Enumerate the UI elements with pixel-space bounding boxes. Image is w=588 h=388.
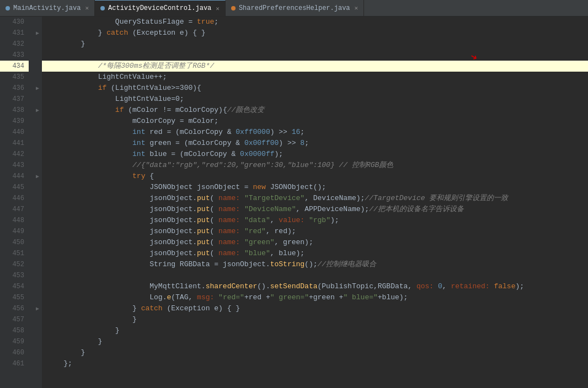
ln-448: 448 (0, 215, 29, 226)
fold-431[interactable]: ▶ (33, 28, 42, 39)
ln-439: 439 (0, 116, 29, 127)
code-text: /*每隔300ms检测是否调整了RGB*/ (46, 61, 214, 72)
code-line-439: mColorCopy = mColor; (42, 116, 588, 127)
editor-container: MainActivity.java ✕ ActivityDeviceContro… (0, 0, 588, 388)
code-line-444: try { (42, 171, 588, 182)
fold-449 (33, 226, 42, 237)
code-text: //{"data":"rgb","red":20,"green":30,"blu… (46, 160, 393, 171)
code-line-430: QueryStatusFlage = true; (42, 17, 588, 28)
ln-441: 441 (0, 138, 29, 149)
ln-433: 433 (0, 50, 29, 61)
code-text: QueryStatusFlage = true; (46, 17, 218, 28)
fold-433 (33, 50, 42, 61)
tab-label-shared: SharedPreferencesHelper.java (239, 4, 350, 12)
code-line-442: int blue = (mColorCopy & 0x0000ff); (42, 149, 588, 160)
code-text: JSONObject jsonObject = new JSONObject()… (46, 182, 326, 193)
code-text: } (46, 314, 137, 325)
code-text: if (LightCntValue>=300){ (46, 83, 201, 94)
code-line-443: //{"data":"rgb","red":20,"green":30,"blu… (42, 160, 588, 171)
fold-451 (33, 248, 42, 259)
ln-456: 456 (0, 303, 29, 314)
tab-mainactivity[interactable]: MainActivity.java ✕ (0, 0, 95, 16)
fold-441 (33, 138, 42, 149)
code-line-457: } (42, 314, 588, 325)
ln-458: 458 (0, 325, 29, 336)
ln-454: 454 (0, 281, 29, 292)
fold-452 (33, 259, 42, 270)
code-line-453 (42, 270, 588, 281)
fold-457 (33, 314, 42, 325)
ln-438: 438 (0, 105, 29, 116)
code-line-436: if (LightCntValue>=300){ (42, 83, 588, 94)
code-text: }; (46, 358, 72, 369)
fold-456[interactable]: ▶ (33, 303, 42, 314)
code-line-434: /*每隔300ms检测是否调整了RGB*/ ➜ (42, 61, 588, 72)
code-text: jsonObject.put( name: "blue", blue); (46, 248, 304, 259)
tab-bar: MainActivity.java ✕ ActivityDeviceContro… (0, 0, 588, 17)
ln-446: 446 (0, 193, 29, 204)
tab-close-activitydevicecontrol[interactable]: ✕ (216, 5, 220, 12)
ln-443: 443 (0, 160, 29, 171)
ln-437: 437 (0, 94, 29, 105)
code-text: Log.e(TAG, msg: "red="+red +" green="+gr… (46, 292, 408, 303)
ln-436: 436 (0, 83, 29, 94)
code-content: QueryStatusFlage = true; } catch (Except… (42, 17, 588, 388)
code-line-452: String RGBData = jsonObject.toString();/… (42, 259, 588, 270)
code-line-447: jsonObject.put( name: "DeviceName", APPD… (42, 204, 588, 215)
fold-447 (33, 204, 42, 215)
ln-430: 430 (0, 17, 29, 28)
code-line-449: jsonObject.put( name: "red", red); (42, 226, 588, 237)
code-line-445: JSONObject jsonObject = new JSONObject()… (42, 182, 588, 193)
fold-436[interactable]: ▶ (33, 83, 42, 94)
fold-446 (33, 193, 42, 204)
ln-451: 451 (0, 248, 29, 259)
ln-452: 452 (0, 259, 29, 270)
code-line-432: } (42, 39, 588, 50)
tab-close-mainactivity[interactable]: ✕ (85, 4, 89, 12)
code-text: int green = (mColorCopy & 0x00ff00) >> 8… (46, 138, 309, 149)
code-line-435: LightCntValue++; (42, 72, 588, 83)
code-line-455: Log.e(TAG, msg: "red="+red +" green="+gr… (42, 292, 588, 303)
code-text: MyMqttClient.sharedCenter().setSendData(… (46, 281, 524, 292)
code-text: } (46, 39, 85, 50)
code-line-458: } (42, 325, 588, 336)
code-text: mColorCopy = mColor; (46, 116, 218, 127)
code-text: } catch (Exception e) { } (46, 303, 240, 314)
code-line-450: jsonObject.put( name: "green", green); (42, 237, 588, 248)
code-text: jsonObject.put( name: "TargetDevice", De… (46, 193, 508, 204)
code-text: jsonObject.put( name: "data", value: "rg… (46, 215, 339, 226)
code-line-441: int green = (mColorCopy & 0x00ff00) >> 8… (42, 138, 588, 149)
tab-dot-active (100, 6, 105, 10)
code-line-440: int red = (mColorCopy & 0xff0000) >> 16; (42, 127, 588, 138)
tab-close-sharedpreferenceshelper[interactable]: ✕ (355, 4, 359, 12)
code-text: jsonObject.put( name: "DeviceName", APPD… (46, 204, 464, 215)
ln-457: 457 (0, 314, 29, 325)
code-line-461: }; (42, 358, 588, 369)
tab-sharedpreferenceshelper[interactable]: SharedPreferencesHelper.java ✕ (226, 0, 364, 16)
fold-455 (33, 292, 42, 303)
code-line-433 (42, 50, 588, 61)
fold-432 (33, 39, 42, 50)
ln-435: 435 (0, 72, 29, 83)
ln-450: 450 (0, 237, 29, 248)
code-text: int red = (mColorCopy & 0xff0000) >> 16; (46, 127, 304, 138)
tab-activitydevicecontrol[interactable]: ActivityDeviceControl.java ✕ (95, 0, 226, 16)
code-text: LightCntValue=0; (46, 94, 184, 105)
fold-439 (33, 116, 42, 127)
code-line-456: } catch (Exception e) { } (42, 303, 588, 314)
code-text: } (46, 336, 102, 347)
fold-461 (33, 358, 42, 369)
fold-438[interactable]: ▶ (33, 105, 42, 116)
code-text: int blue = (mColorCopy & 0x0000ff); (46, 149, 283, 160)
fold-434 (33, 61, 42, 72)
fold-444[interactable]: ▶ (33, 171, 42, 182)
ln-432: 432 (0, 39, 29, 50)
ln-460: 460 (0, 347, 29, 358)
code-text: try { (46, 171, 154, 182)
fold-445 (33, 182, 42, 193)
code-text: if (mColor != mColorCopy){//颜色改变 (46, 105, 264, 116)
code-line-448: jsonObject.put( name: "data", value: "rg… (42, 215, 588, 226)
ln-442: 442 (0, 149, 29, 160)
ln-453: 453 (0, 270, 29, 281)
tab-label: MainActivity.java (13, 4, 81, 12)
